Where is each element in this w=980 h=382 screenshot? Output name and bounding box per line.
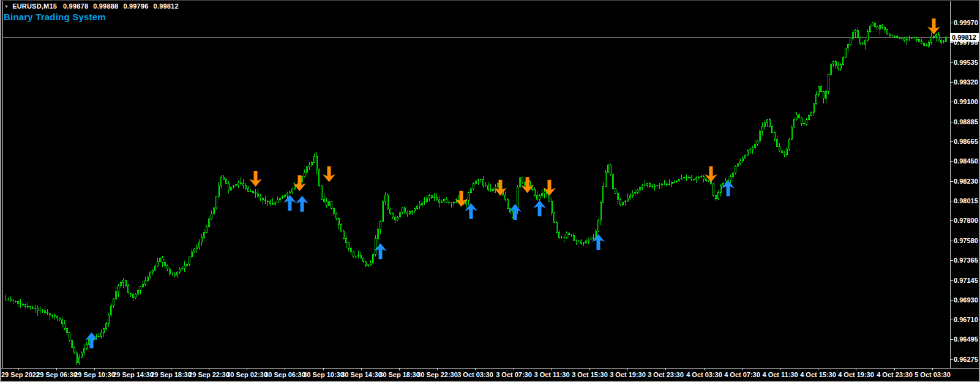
candle-body (738, 163, 739, 166)
candle-body (537, 195, 538, 199)
price-axis-label: 0.99320 (954, 78, 978, 86)
current-price-box: 0.99812 (950, 33, 979, 42)
candle-body (118, 285, 119, 292)
candle-body (367, 264, 369, 266)
symbol-dropdown-icon[interactable]: ▼ (4, 4, 9, 9)
candle-body (18, 301, 19, 303)
candle-body (270, 202, 271, 204)
candle-body (86, 344, 88, 348)
candle-body (686, 177, 687, 178)
price-chart[interactable] (0, 0, 980, 382)
candle-body (772, 126, 773, 132)
candle-body (214, 208, 215, 214)
candle-body (285, 195, 286, 197)
candle-body (700, 176, 702, 178)
candle-body (417, 206, 418, 209)
candle-body (574, 236, 575, 240)
candle-body (453, 202, 455, 203)
candle-body (708, 181, 709, 182)
candle-body (544, 192, 545, 193)
candle-body (507, 199, 509, 209)
candle-body (410, 211, 411, 214)
candle-body (615, 189, 616, 193)
candle-body (238, 183, 239, 185)
candle-body (473, 183, 474, 189)
candle-body (899, 37, 900, 39)
candle-body (782, 151, 783, 152)
candle-body (613, 175, 614, 189)
candle-body (867, 31, 869, 40)
candle-body (520, 178, 521, 187)
candle-body (779, 146, 780, 151)
candle-body (348, 242, 350, 248)
candle-body (355, 256, 357, 257)
candle-body (823, 92, 825, 99)
candle-body (703, 176, 705, 179)
candle-body (138, 291, 139, 294)
candle-body (522, 178, 523, 182)
candle-body (752, 148, 754, 150)
candle-body (811, 113, 812, 116)
candle-body (81, 353, 83, 358)
candle-body (539, 196, 540, 200)
candle-body (240, 182, 242, 184)
candle-body (608, 165, 609, 172)
candle-body (106, 324, 107, 329)
candle-body (64, 324, 65, 329)
candle-body (5, 299, 7, 300)
candle-body (290, 192, 291, 193)
candle-body (433, 197, 435, 198)
candle-body (570, 234, 572, 236)
candle-body (818, 86, 820, 94)
candle-body (517, 187, 518, 209)
candle-body (407, 212, 408, 214)
candle-body (287, 193, 288, 195)
candle-body (816, 94, 817, 103)
candle-body (693, 179, 695, 180)
candle-body (116, 292, 117, 299)
candle-body (777, 140, 778, 147)
candle-body (913, 37, 915, 39)
candle-body (373, 254, 374, 263)
candle-body (821, 86, 822, 92)
candle-body (588, 239, 589, 241)
candle-body (630, 195, 631, 198)
candle-body (196, 247, 198, 249)
candle-body (887, 30, 888, 34)
candle-body (22, 304, 24, 305)
candle-body (395, 217, 396, 220)
candle-body (336, 213, 337, 218)
candle-body (84, 348, 85, 353)
candle-body (880, 26, 881, 29)
candle-body (542, 193, 543, 196)
candle-body (309, 165, 310, 167)
candle-body (706, 179, 707, 181)
candle-body (623, 202, 624, 205)
candle-body (757, 141, 758, 144)
price-axis-label: 0.99970 (954, 19, 978, 26)
candle-body (427, 198, 428, 202)
candle-body (50, 313, 51, 315)
candle-body (346, 239, 347, 243)
candle-body (696, 178, 697, 179)
candle-body (845, 48, 847, 57)
candle-body (59, 318, 61, 320)
candle-body (101, 333, 102, 337)
candle-body (181, 268, 183, 269)
candle-body (275, 203, 276, 204)
time-axis-label: 29 Sep 06:30 (36, 371, 77, 378)
time-axis-label: 4 Oct 19:30 (838, 371, 874, 378)
candle-body (385, 195, 386, 202)
candle-body (647, 184, 648, 185)
candle-body (483, 179, 484, 185)
time-axis-label: 30 Sep 22:30 (417, 371, 458, 378)
candle-body (806, 120, 807, 125)
candle-body (441, 201, 443, 203)
candle-body (749, 149, 751, 151)
candle-body (148, 277, 149, 281)
candle-body (698, 177, 700, 178)
candle-body (921, 42, 922, 43)
price-axis-label: 0.96930 (954, 296, 978, 304)
candle-body (485, 185, 487, 187)
candle-body (762, 127, 763, 132)
